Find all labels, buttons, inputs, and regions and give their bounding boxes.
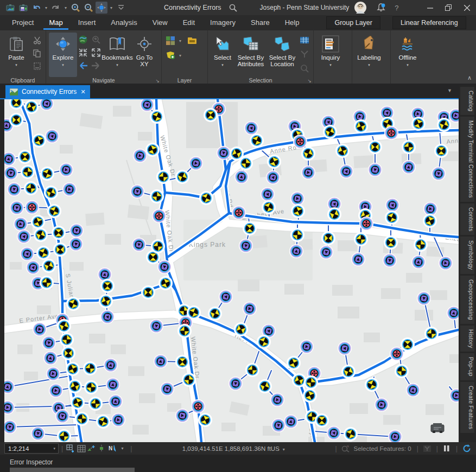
valve-marker[interactable]: [40, 167, 54, 181]
restore-button[interactable]: [439, 0, 458, 15]
valve-marker[interactable]: [262, 200, 276, 214]
trace-status-icon[interactable]: [422, 444, 433, 453]
device-marker[interactable]: [59, 163, 73, 177]
device-marker[interactable]: [20, 247, 34, 261]
zoom-out-icon[interactable]: [82, 2, 94, 14]
ribbon-tab-share[interactable]: Share: [245, 16, 275, 30]
help-icon[interactable]: ?: [395, 4, 398, 12]
signed-in-user[interactable]: Joseph - Penn State University: [260, 4, 350, 11]
valve-marker[interactable]: [411, 117, 426, 131]
device-marker[interactable]: [270, 393, 284, 407]
fixed-zoom-in-icon[interactable]: [78, 47, 88, 58]
dock-tab-history[interactable]: History: [460, 326, 474, 352]
device-marker[interactable]: [383, 253, 397, 267]
copy-button[interactable]: [31, 48, 42, 59]
explore-chevron-icon[interactable]: ▾: [109, 5, 114, 10]
chevron-down-icon[interactable]: ▾: [117, 444, 128, 453]
minimize-button[interactable]: [421, 0, 439, 15]
search-icon[interactable]: [229, 4, 237, 12]
valve-marker[interactable]: [303, 388, 317, 403]
device-marker[interactable]: [104, 358, 118, 372]
inquiry-button[interactable]: Inquiry ▾: [316, 33, 345, 77]
valve-marker[interactable]: [175, 355, 189, 369]
valve-marker[interactable]: [234, 322, 248, 336]
valve-marker[interactable]: [175, 170, 189, 184]
device-marker[interactable]: [327, 426, 341, 440]
error-marker[interactable]: [152, 209, 166, 223]
valve-marker[interactable]: [245, 363, 259, 377]
device-marker[interactable]: [301, 165, 315, 180]
valve-marker[interactable]: [292, 373, 306, 387]
valve-marker[interactable]: [335, 144, 350, 158]
valve-marker[interactable]: [60, 333, 74, 347]
device-marker[interactable]: [154, 354, 168, 368]
selection-launcher-icon[interactable]: ↘: [307, 78, 312, 84]
pause-drawing-icon[interactable]: [442, 444, 452, 453]
device-marker[interactable]: [375, 398, 389, 412]
basemap-button[interactable]: [165, 35, 176, 46]
paste-button[interactable]: Paste ▾: [3, 33, 30, 77]
valve-marker[interactable]: [31, 215, 45, 229]
ribbon-tab-project[interactable]: Project: [7, 16, 39, 30]
zoom-in-icon[interactable]: [69, 2, 81, 14]
error-marker[interactable]: [293, 135, 307, 149]
dock-tab-pop-up[interactable]: Pop-up: [460, 353, 474, 380]
device-marker[interactable]: [271, 418, 285, 432]
device-marker[interactable]: [49, 384, 63, 398]
valve-marker[interactable]: [52, 226, 66, 240]
zoom-to-selected-button[interactable]: [299, 63, 310, 74]
device-marker[interactable]: [109, 394, 123, 409]
device-marker[interactable]: [234, 170, 249, 184]
map-view-tab[interactable]: Connectivity Errors ✕: [5, 85, 90, 98]
device-marker[interactable]: [14, 217, 28, 231]
context-tab-group-layer[interactable]: Group Layer: [326, 16, 380, 29]
valve-marker[interactable]: [258, 379, 272, 393]
valve-marker[interactable]: [257, 335, 271, 349]
valve-marker[interactable]: [344, 427, 358, 441]
offline-button[interactable]: Offline ▾: [394, 33, 422, 77]
dock-tab-modify-terminal-connections[interactable]: Modify Terminal Connections: [460, 117, 474, 202]
device-marker[interactable]: [42, 336, 56, 350]
device-marker[interactable]: [7, 182, 21, 196]
device-marker[interactable]: [243, 302, 257, 316]
zoom-selection-status-icon[interactable]: [341, 444, 351, 453]
explore-button[interactable]: Explore ▾: [49, 33, 77, 77]
valve-marker[interactable]: [9, 113, 23, 127]
valve-marker[interactable]: [32, 133, 46, 148]
docked-panel-edge[interactable]: [10, 468, 135, 472]
undo-chevron-icon[interactable]: ▾: [43, 5, 49, 10]
notifications-bell-icon[interactable]: [376, 3, 386, 12]
dock-tab-contents[interactable]: Contents: [460, 203, 474, 235]
ribbon-tab-imagery[interactable]: Imagery: [205, 16, 241, 30]
redo-icon[interactable]: [50, 2, 62, 14]
valve-marker[interactable]: [243, 221, 257, 235]
device-marker[interactable]: [244, 121, 258, 135]
valve-marker[interactable]: [42, 259, 56, 273]
dock-tab-geoprocessing[interactable]: Geoprocessing: [460, 276, 474, 324]
device-marker[interactable]: [17, 229, 31, 244]
valve-marker[interactable]: [304, 375, 318, 390]
valve-marker[interactable]: [323, 125, 337, 139]
valve-marker[interactable]: [24, 100, 39, 114]
device-marker[interactable]: [266, 170, 280, 184]
dock-tab-catalog[interactable]: Catalog: [460, 87, 474, 115]
valve-marker[interactable]: [100, 279, 115, 293]
valve-marker[interactable]: [414, 238, 428, 252]
go-to-xy-button[interactable]: Go To XY: [132, 33, 156, 77]
valve-marker[interactable]: [66, 297, 80, 311]
device-marker[interactable]: [300, 340, 314, 354]
close-view-icon[interactable]: ✕: [80, 88, 85, 95]
device-marker[interactable]: [351, 252, 365, 266]
device-marker[interactable]: [439, 256, 453, 270]
attribute-table-button[interactable]: [299, 35, 310, 46]
valve-marker[interactable]: [150, 110, 164, 124]
device-marker[interactable]: [417, 291, 431, 305]
snapping-icon[interactable]: [97, 444, 107, 453]
grid-plus-icon[interactable]: [66, 444, 76, 453]
undo-icon[interactable]: [30, 2, 42, 14]
valve-marker[interactable]: [156, 170, 170, 184]
valve-marker[interactable]: [40, 276, 54, 290]
device-marker[interactable]: [175, 409, 189, 423]
add-preset-button[interactable]: [165, 50, 176, 61]
valve-marker[interactable]: [47, 204, 61, 218]
